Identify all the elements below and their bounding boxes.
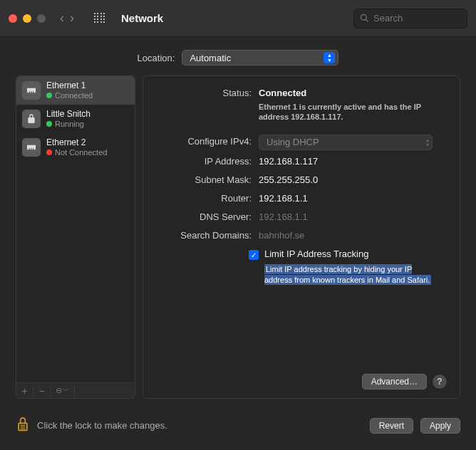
network-status: Connected (55, 90, 93, 100)
apply-button[interactable]: Apply (420, 418, 460, 434)
zoom-window-icon (37, 14, 46, 23)
ip-address-label: IP Address: (156, 155, 259, 169)
ethernet-icon (22, 81, 41, 100)
all-prefs-button[interactable] (94, 13, 105, 24)
search-domains-value: bahnhof.se (259, 229, 447, 243)
location-value: Automatic (190, 53, 231, 63)
forward-button[interactable]: › (70, 11, 74, 26)
lock-icon (22, 110, 41, 128)
bottom-bar: Click the lock to make changes. Revert A… (0, 409, 476, 445)
status-label: Status: (156, 86, 259, 122)
configure-ipv4-label: Configure IPv4: (156, 135, 259, 150)
close-window-icon[interactable] (9, 14, 17, 23)
network-status: Not Connected (55, 147, 107, 157)
network-details-panel: Status: Connected Ethernet 1 is currentl… (143, 75, 460, 399)
lock-text: Click the lock to make changes. (37, 420, 167, 431)
add-network-button[interactable]: + (16, 383, 33, 398)
status-dot-icon (46, 150, 52, 155)
search-domains-label: Search Domains: (156, 229, 259, 243)
network-status: Running (55, 119, 84, 129)
status-description: Ethernet 1 is currently active and has t… (259, 102, 430, 122)
remove-network-button[interactable]: − (33, 383, 51, 398)
limit-tracking-description: Limit IP address tracking by hiding your… (264, 264, 431, 285)
window-controls (9, 14, 46, 23)
nav-arrows: ‹ › (60, 11, 74, 26)
main-area: Ethernet 1 Connected Little Snitch Runni… (0, 75, 476, 409)
location-label: Location: (138, 53, 175, 63)
search-placeholder: Search (373, 13, 403, 23)
revert-button[interactable]: Revert (370, 418, 413, 434)
title-bar: ‹ › Network Search (0, 0, 476, 37)
limit-tracking-checkbox[interactable]: ✓ (249, 250, 259, 260)
network-list: Ethernet 1 Connected Little Snitch Runni… (16, 75, 135, 383)
select-stepper-icon: ▴▾ (426, 137, 429, 147)
status-dot-icon (46, 121, 52, 127)
dns-server-value: 192.168.1.1 (259, 210, 447, 224)
location-row: Location: Automatic ▲▼ (0, 37, 476, 75)
network-actions-button[interactable]: ⊖﹀ (51, 383, 75, 398)
help-button[interactable]: ? (433, 375, 447, 389)
status-dot-icon (46, 93, 52, 98)
network-sidebar: Ethernet 1 Connected Little Snitch Runni… (16, 75, 135, 399)
status-value: Connected (259, 88, 306, 98)
network-name: Ethernet 1 (46, 80, 93, 90)
network-item-littlesnitch[interactable]: Little Snitch Running (16, 105, 135, 133)
network-item-ethernet1[interactable]: Ethernet 1 Connected (16, 76, 135, 105)
subnet-mask-label: Subnet Mask: (156, 173, 259, 187)
network-item-ethernet2[interactable]: Ethernet 2 Not Connected (16, 133, 135, 162)
back-button[interactable]: ‹ (60, 11, 64, 26)
router-value: 192.168.1.1 (259, 192, 447, 206)
configure-ipv4-value: Using DHCP (267, 135, 319, 150)
location-select[interactable]: Automatic ▲▼ (182, 50, 338, 66)
search-input[interactable]: Search (353, 9, 467, 28)
advanced-button[interactable]: Advanced… (362, 374, 427, 389)
lock-icon[interactable] (16, 416, 30, 435)
network-name: Little Snitch (46, 109, 90, 119)
select-stepper-icon: ▲▼ (324, 52, 335, 63)
ethernet-icon (22, 138, 41, 157)
window-title: Network (121, 12, 163, 24)
limit-tracking-label: Limit IP Address Tracking (264, 248, 447, 259)
search-icon (360, 14, 369, 23)
subnet-mask-value: 255.255.255.0 (259, 173, 447, 187)
router-label: Router: (156, 192, 259, 206)
network-name: Ethernet 2 (46, 137, 107, 147)
minimize-window-icon[interactable] (23, 14, 31, 23)
dns-server-label: DNS Server: (156, 210, 259, 224)
network-list-footer: + − ⊖﹀ (16, 383, 135, 399)
ip-address-value: 192.168.1.117 (259, 155, 447, 169)
configure-ipv4-select[interactable]: Using DHCP ▴▾ (259, 135, 433, 150)
